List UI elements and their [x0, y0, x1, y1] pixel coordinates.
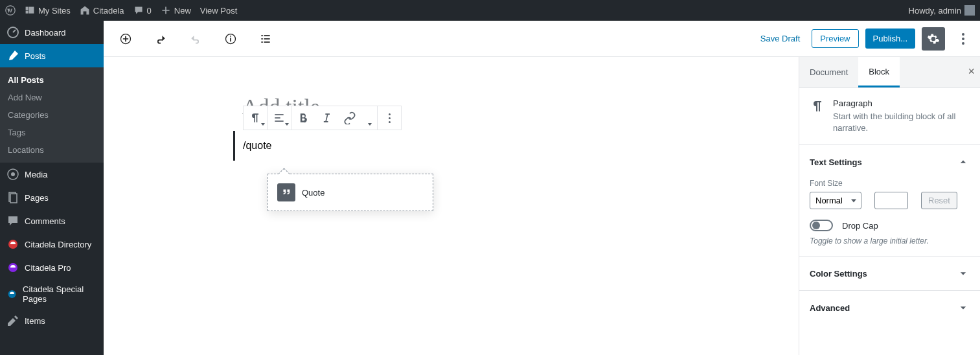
svg-rect-13 — [261, 35, 263, 36]
text-settings-toggle[interactable]: Text Settings — [810, 155, 970, 168]
sub-item-add-new[interactable]: Add New — [0, 89, 104, 106]
comments-link[interactable]: 0 — [133, 5, 152, 16]
publish-button[interactable]: Publish... — [865, 29, 915, 49]
info-button[interactable] — [219, 27, 242, 51]
chevron-down-icon — [957, 267, 970, 280]
save-draft-button[interactable]: Save Draft — [755, 30, 805, 47]
editor: Save Draft Preview Publish... Add title — [104, 21, 980, 355]
sidebar-item-media[interactable]: Media — [0, 163, 104, 186]
redo-button[interactable] — [184, 27, 207, 51]
svg-rect-20 — [275, 117, 280, 119]
block-text-input[interactable] — [243, 140, 627, 152]
sidebar-item-pages[interactable]: Pages — [0, 186, 104, 209]
font-size-select[interactable]: Normal — [810, 192, 861, 209]
settings-panel: Document Block × Paragraph Start with th… — [799, 57, 980, 355]
sidebar-item-posts[interactable]: Posts — [0, 44, 104, 67]
view-post-link[interactable]: View Post — [200, 6, 238, 16]
more-menu-button[interactable] — [952, 27, 975, 51]
autocomplete-label: Quote — [302, 188, 325, 198]
outline-button[interactable] — [254, 27, 277, 51]
align-button[interactable] — [268, 106, 291, 130]
drop-cap-toggle[interactable] — [810, 220, 833, 231]
reset-font-size-button[interactable]: Reset — [921, 192, 957, 209]
italic-icon — [320, 111, 333, 124]
site-link[interactable]: Citadela — [80, 5, 124, 16]
svg-rect-17 — [261, 41, 263, 43]
svg-rect-12 — [230, 36, 231, 37]
citadela-pro-label: Citadela Pro — [25, 263, 71, 273]
undo-button[interactable] — [149, 27, 172, 51]
sidebar-item-dashboard[interactable]: Dashboard — [0, 21, 104, 44]
autocomplete-popover: Quote — [268, 174, 433, 211]
color-settings-toggle[interactable]: Color Settings — [810, 267, 970, 280]
wp-logo[interactable] — [5, 5, 16, 16]
link-button[interactable] — [338, 106, 361, 130]
posts-submenu: All Posts Add New Categories Tags Locati… — [0, 67, 104, 163]
add-block-button[interactable] — [114, 27, 137, 51]
drop-cap-label: Drop Cap — [842, 221, 878, 231]
preview-button[interactable]: Preview — [812, 29, 858, 48]
close-settings-button[interactable]: × — [968, 65, 975, 78]
gear-icon — [927, 32, 940, 45]
drop-cap-hint: Toggle to show a large initial letter. — [810, 236, 970, 246]
svg-point-0 — [6, 6, 15, 15]
block-toolbar — [243, 106, 402, 130]
svg-rect-21 — [275, 120, 283, 122]
quote-icon — [277, 183, 295, 201]
text-settings-section: Text Settings Font Size Normal Reset Dro… — [799, 145, 980, 257]
block-type-desc: Start with the building block of all nar… — [833, 111, 970, 134]
block-more-button[interactable] — [378, 106, 401, 130]
citadela-special-label: Citadela Special Pages — [23, 284, 97, 304]
font-size-number-input[interactable] — [874, 192, 908, 209]
comments-label: Comments — [25, 216, 65, 226]
color-settings-label: Color Settings — [810, 269, 867, 279]
my-sites-link[interactable]: My Sites — [25, 5, 71, 16]
sub-item-locations[interactable]: Locations — [0, 141, 104, 159]
dashboard-label: Dashboard — [25, 28, 66, 38]
settings-tabs: Document Block × — [799, 57, 980, 88]
tab-document[interactable]: Document — [799, 57, 858, 87]
svg-rect-14 — [264, 35, 270, 36]
sidebar-item-citadela-special[interactable]: Citadela Special Pages — [0, 279, 104, 309]
paragraph-icon — [810, 98, 825, 114]
posts-label: Posts — [25, 51, 46, 61]
font-size-label: Font Size — [810, 179, 970, 188]
paragraph-block[interactable]: Quote — [233, 131, 635, 161]
view-post-label: View Post — [200, 6, 238, 16]
sidebar-item-items[interactable]: Items — [0, 309, 104, 332]
editor-canvas[interactable]: Add title — [104, 57, 799, 355]
color-settings-section: Color Settings — [799, 257, 980, 291]
sub-item-all-posts[interactable]: All Posts — [0, 71, 104, 89]
align-left-icon — [273, 111, 286, 124]
comments-count: 0 — [147, 6, 152, 16]
settings-toggle-button[interactable] — [922, 27, 945, 51]
svg-point-2 — [11, 172, 15, 176]
link-icon — [343, 111, 356, 124]
block-type-button[interactable] — [244, 106, 267, 130]
tab-block[interactable]: Block — [858, 57, 900, 87]
bold-button[interactable] — [291, 106, 315, 130]
howdy-text: Howdy, admin — [909, 6, 961, 16]
bold-icon — [297, 111, 310, 124]
citadela-directory-label: Citadela Directory — [25, 240, 91, 249]
sub-item-tags[interactable]: Tags — [0, 124, 104, 141]
editor-topbar: Save Draft Preview Publish... — [104, 21, 980, 57]
advanced-label: Advanced — [810, 303, 850, 313]
sidebar-item-citadela-pro[interactable]: Citadela Pro — [0, 256, 104, 279]
svg-rect-18 — [264, 41, 270, 43]
account-link[interactable]: Howdy, admin — [909, 5, 975, 16]
paragraph-icon — [249, 111, 262, 124]
more-format-button[interactable] — [361, 106, 377, 130]
my-sites-label: My Sites — [38, 6, 71, 16]
new-link[interactable]: New — [161, 5, 191, 16]
sidebar-item-citadela-directory[interactable]: Citadela Directory — [0, 233, 104, 256]
sidebar-item-comments[interactable]: Comments — [0, 209, 104, 233]
sub-item-categories[interactable]: Categories — [0, 106, 104, 124]
italic-button[interactable] — [315, 106, 338, 130]
svg-rect-19 — [275, 114, 283, 115]
pages-label: Pages — [25, 193, 49, 203]
advanced-section: Advanced — [799, 291, 980, 325]
avatar — [964, 5, 975, 16]
advanced-toggle[interactable]: Advanced — [810, 301, 970, 314]
autocomplete-item-quote[interactable]: Quote — [273, 179, 427, 205]
